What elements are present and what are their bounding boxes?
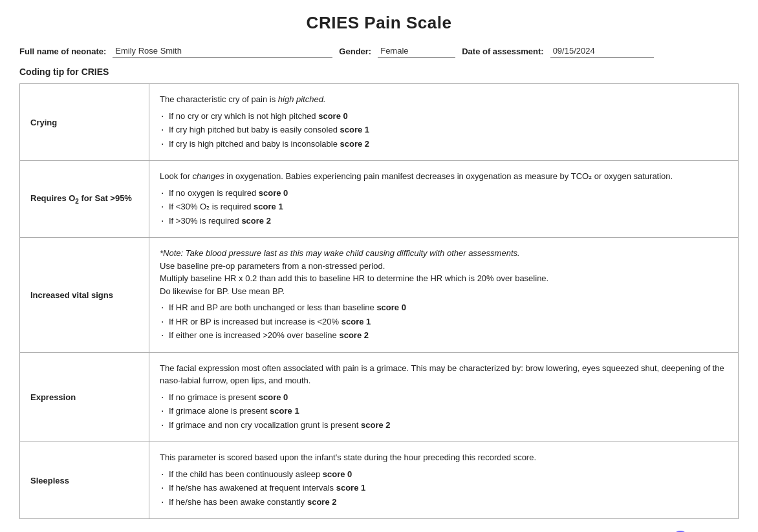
- row-label: Crying: [20, 84, 149, 161]
- row-description: The facial expression most often associa…: [149, 352, 739, 442]
- row-label: Expression: [20, 352, 149, 442]
- gender-input[interactable]: [378, 45, 455, 58]
- name-label: Full name of neonate:: [19, 47, 106, 56]
- gender-label: Gender:: [339, 47, 371, 56]
- table-row: Increased vital signs*Note: Take blood p…: [20, 238, 739, 353]
- table-row: CryingThe characteristic cry of pain is …: [20, 84, 739, 161]
- patient-info-row: Full name of neonate: Gender: Date of as…: [19, 45, 739, 58]
- table-row: Requires O2 for Sat >95%Look for changes…: [20, 161, 739, 238]
- name-input[interactable]: [113, 45, 332, 58]
- row-description: This parameter is scored based upon the …: [149, 442, 739, 519]
- section-heading: Coding tip for CRIES: [19, 67, 739, 77]
- row-description: Look for changes in oxygenation. Babies …: [149, 161, 739, 238]
- table-row: ExpressionThe facial expression most oft…: [20, 352, 739, 442]
- row-label: Increased vital signs: [20, 238, 149, 353]
- date-label: Date of assessment:: [462, 47, 543, 56]
- row-description: *Note: Take blood pressure last as this …: [149, 238, 739, 353]
- row-label: Requires O2 for Sat >95%: [20, 161, 149, 238]
- page-title: CRIES Pain Scale: [19, 13, 739, 33]
- cries-table: CryingThe characteristic cry of pain is …: [19, 83, 739, 519]
- table-row: SleeplessThis parameter is scored based …: [20, 442, 739, 519]
- row-label: Sleepless: [20, 442, 149, 519]
- row-description: The characteristic cry of pain is high p…: [149, 84, 739, 161]
- date-input[interactable]: [550, 45, 654, 58]
